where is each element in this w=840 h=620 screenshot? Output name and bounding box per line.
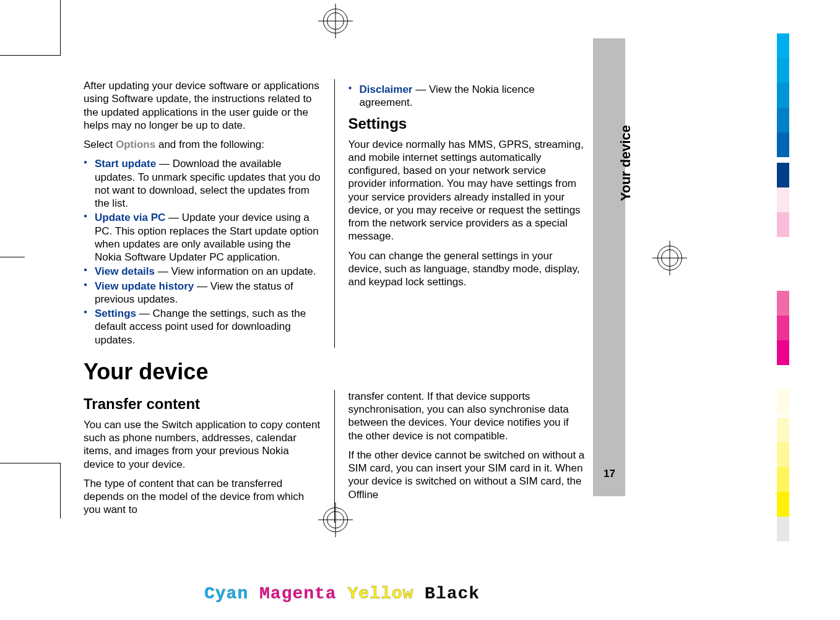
registration-mark-top: [322, 7, 349, 35]
intro-paragraph: After updating your device software or a…: [84, 79, 321, 132]
transfer-heading: Transfer content: [84, 395, 321, 413]
swatch: [777, 132, 789, 157]
swatch: [777, 212, 789, 237]
swatch: [777, 442, 789, 467]
option-view-update-history: View update history — View the status of…: [84, 280, 321, 306]
settings-heading: Settings: [348, 114, 585, 133]
swatch: [777, 33, 789, 58]
select-line-c: and from the following:: [155, 139, 264, 150]
swatch: [777, 237, 789, 262]
column-divider: [334, 390, 335, 523]
swatch: [777, 83, 789, 108]
settings-paragraph-2: You can change the general settings in y…: [348, 249, 585, 289]
select-line-a: Select: [84, 139, 116, 150]
option-name: Update via PC: [95, 212, 165, 223]
swatch: [777, 365, 789, 390]
page-number: 17: [604, 468, 615, 480]
swatch: [777, 467, 789, 492]
side-tab-label: Your device: [618, 125, 634, 201]
swatch: [777, 316, 789, 340]
swatch: [777, 517, 789, 541]
swatch: [777, 390, 789, 415]
option-name: Settings: [95, 308, 136, 319]
transfer-p1: You can use the Switch application to co…: [84, 418, 321, 471]
crop-mark-bottom-left: [0, 463, 61, 519]
page-content: After updating your device software or a…: [84, 79, 585, 463]
swatch: [777, 418, 789, 442]
options-word: Options: [116, 139, 155, 150]
column-divider: [334, 79, 335, 348]
options-list: Start update — Download the available up…: [84, 157, 321, 347]
crop-mark-mid-left: [0, 257, 25, 257]
option-settings: Settings — Change the settings, such as …: [84, 307, 321, 347]
transfer-p3: transfer content. If that device support…: [348, 390, 585, 442]
column-left-bottom: Transfer content You can use the Switch …: [84, 390, 321, 523]
column-right-top: Disclaimer — View the Nokia licence agre…: [348, 79, 585, 348]
swatch: [777, 492, 789, 517]
select-line: Select Options and from the following:: [84, 138, 321, 151]
option-start-update: Start update — Download the available up…: [84, 157, 321, 210]
cmyk-yellow: Yellow: [347, 584, 414, 603]
swatch: [777, 108, 789, 132]
section-heading-your-device: Your device: [84, 359, 585, 385]
color-swatches-cyan: [777, 33, 789, 157]
swatch: [777, 58, 789, 83]
color-swatches-black: [777, 418, 789, 541]
option-desc: — View information on an update.: [155, 265, 316, 277]
crop-mark-top-left: [0, 0, 61, 56]
color-swatches-magenta: [777, 163, 789, 262]
option-name: View update history: [95, 280, 194, 292]
transfer-p4: If the other device cannot be switched o…: [348, 449, 585, 501]
settings-paragraph-1: Your device normally has MMS, GPRS, stre…: [348, 138, 585, 243]
option-name: Start update: [95, 158, 156, 170]
option-disclaimer: Disclaimer — View the Nokia licence agre…: [348, 83, 585, 110]
swatch: [777, 340, 789, 365]
cmyk-magenta: Magenta: [259, 584, 337, 603]
column-left-top: After updating your device software or a…: [84, 79, 321, 348]
registration-mark-right: [656, 244, 683, 272]
swatch: [777, 163, 789, 187]
option-name: Disclaimer: [359, 84, 412, 95]
swatch: [777, 187, 789, 212]
cmyk-footer: Cyan Magenta Yellow Black: [204, 584, 480, 603]
color-swatches-yellow: [777, 291, 789, 415]
swatch: [777, 291, 789, 316]
options-list-right: Disclaimer — View the Nokia licence agre…: [348, 83, 585, 110]
option-name: View details: [95, 265, 155, 277]
column-right-bottom: transfer content. If that device support…: [348, 390, 585, 523]
side-tab: Your device 17: [593, 38, 625, 496]
transfer-p2: The type of content that can be transfer…: [84, 477, 321, 517]
option-update-via-pc: Update via PC — Update your device using…: [84, 211, 321, 264]
option-view-details: View details — View information on an up…: [84, 265, 321, 278]
cmyk-black: Black: [425, 584, 480, 603]
cmyk-cyan: Cyan: [204, 584, 248, 603]
